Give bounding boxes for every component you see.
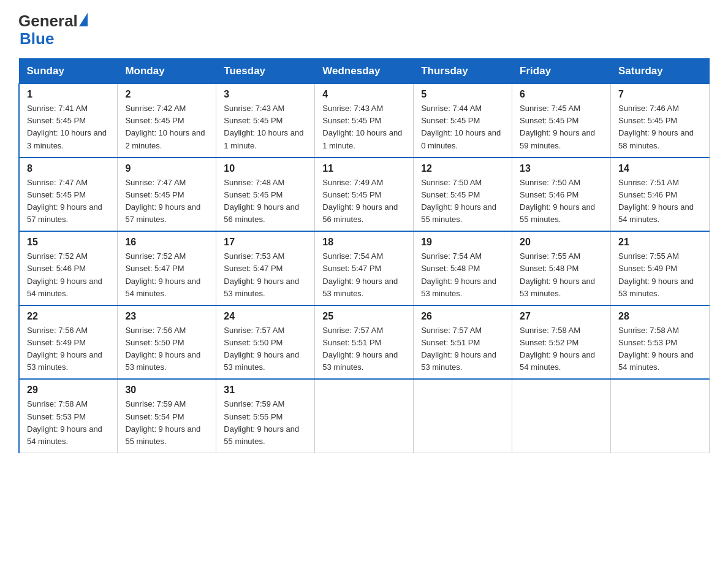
day-number: 15 [27, 237, 110, 248]
day-number: 31 [224, 385, 307, 396]
day-cell: 8 Sunrise: 7:47 AM Sunset: 5:45 PM Dayli… [19, 158, 118, 232]
logo-blue-text: Blue [20, 30, 88, 48]
day-info: Sunrise: 7:57 AM Sunset: 5:51 PM Dayligh… [322, 324, 406, 374]
day-cell: 18 Sunrise: 7:54 AM Sunset: 5:47 PM Dayl… [315, 231, 414, 305]
day-cell: 11 Sunrise: 7:49 AM Sunset: 5:45 PM Dayl… [315, 158, 414, 232]
day-cell: 23 Sunrise: 7:56 AM Sunset: 5:50 PM Dayl… [118, 305, 216, 380]
day-cell: 3 Sunrise: 7:43 AM Sunset: 5:45 PM Dayli… [216, 84, 315, 158]
day-number: 29 [27, 385, 110, 396]
day-number: 25 [322, 311, 406, 322]
day-cell: 13 Sunrise: 7:50 AM Sunset: 5:46 PM Dayl… [512, 158, 611, 232]
day-info: Sunrise: 7:44 AM Sunset: 5:45 PM Dayligh… [421, 102, 504, 152]
day-number: 17 [224, 237, 307, 248]
logo-general-text: General [18, 12, 78, 30]
day-cell: 28 Sunrise: 7:58 AM Sunset: 5:53 PM Dayl… [611, 305, 710, 380]
day-cell: 20 Sunrise: 7:55 AM Sunset: 5:48 PM Dayl… [512, 231, 611, 305]
day-cell: 9 Sunrise: 7:47 AM Sunset: 5:45 PM Dayli… [118, 158, 216, 232]
day-info: Sunrise: 7:41 AM Sunset: 5:45 PM Dayligh… [27, 102, 110, 152]
day-info: Sunrise: 7:49 AM Sunset: 5:45 PM Dayligh… [322, 177, 406, 226]
day-cell: 30 Sunrise: 7:59 AM Sunset: 5:54 PM Dayl… [118, 379, 216, 453]
day-number: 1 [27, 89, 110, 100]
day-info: Sunrise: 7:48 AM Sunset: 5:45 PM Dayligh… [224, 177, 307, 226]
day-number: 2 [125, 89, 208, 100]
day-number: 9 [125, 163, 208, 174]
page-header: General Blue [18, 12, 710, 47]
day-info: Sunrise: 7:58 AM Sunset: 5:53 PM Dayligh… [618, 324, 702, 374]
day-cell: 15 Sunrise: 7:52 AM Sunset: 5:46 PM Dayl… [19, 231, 118, 305]
day-number: 6 [520, 89, 603, 100]
day-cell: 5 Sunrise: 7:44 AM Sunset: 5:45 PM Dayli… [414, 84, 512, 158]
day-number: 30 [125, 385, 208, 396]
day-info: Sunrise: 7:58 AM Sunset: 5:53 PM Dayligh… [27, 398, 110, 448]
day-cell: 21 Sunrise: 7:55 AM Sunset: 5:49 PM Dayl… [611, 231, 710, 305]
day-info: Sunrise: 7:57 AM Sunset: 5:50 PM Dayligh… [224, 324, 307, 374]
day-number: 11 [322, 163, 406, 174]
day-cell: 29 Sunrise: 7:58 AM Sunset: 5:53 PM Dayl… [19, 379, 118, 453]
day-cell: 1 Sunrise: 7:41 AM Sunset: 5:45 PM Dayli… [19, 84, 118, 158]
day-number: 7 [618, 89, 702, 100]
weekday-header-tuesday: Tuesday [216, 59, 315, 84]
day-info: Sunrise: 7:55 AM Sunset: 5:49 PM Dayligh… [618, 250, 702, 300]
day-number: 20 [520, 237, 603, 248]
day-cell: 6 Sunrise: 7:45 AM Sunset: 5:45 PM Dayli… [512, 84, 611, 158]
day-number: 24 [224, 311, 307, 322]
day-info: Sunrise: 7:54 AM Sunset: 5:47 PM Dayligh… [322, 250, 406, 300]
day-cell: 7 Sunrise: 7:46 AM Sunset: 5:45 PM Dayli… [611, 84, 710, 158]
weekday-header-sunday: Sunday [19, 59, 118, 84]
day-cell: 25 Sunrise: 7:57 AM Sunset: 5:51 PM Dayl… [315, 305, 414, 380]
day-info: Sunrise: 7:43 AM Sunset: 5:45 PM Dayligh… [322, 102, 406, 152]
day-info: Sunrise: 7:42 AM Sunset: 5:45 PM Dayligh… [125, 102, 208, 152]
weekday-header-thursday: Thursday [414, 59, 512, 84]
day-info: Sunrise: 7:46 AM Sunset: 5:45 PM Dayligh… [618, 102, 702, 152]
day-number: 27 [520, 311, 603, 322]
day-cell: 24 Sunrise: 7:57 AM Sunset: 5:50 PM Dayl… [216, 305, 315, 380]
week-row-5: 29 Sunrise: 7:58 AM Sunset: 5:53 PM Dayl… [19, 379, 710, 453]
week-row-1: 1 Sunrise: 7:41 AM Sunset: 5:45 PM Dayli… [19, 84, 710, 158]
day-info: Sunrise: 7:51 AM Sunset: 5:46 PM Dayligh… [618, 177, 702, 226]
day-cell: 2 Sunrise: 7:42 AM Sunset: 5:45 PM Dayli… [118, 84, 216, 158]
weekday-header-friday: Friday [512, 59, 611, 84]
day-cell [512, 379, 611, 453]
day-info: Sunrise: 7:56 AM Sunset: 5:49 PM Dayligh… [27, 324, 110, 374]
weekday-header-monday: Monday [118, 59, 216, 84]
day-number: 5 [421, 89, 504, 100]
day-cell [611, 379, 710, 453]
weekday-header-saturday: Saturday [611, 59, 710, 84]
day-info: Sunrise: 7:55 AM Sunset: 5:48 PM Dayligh… [520, 250, 603, 300]
day-number: 28 [618, 311, 702, 322]
calendar-table: SundayMondayTuesdayWednesdayThursdayFrid… [18, 58, 710, 453]
day-info: Sunrise: 7:43 AM Sunset: 5:45 PM Dayligh… [224, 102, 307, 152]
day-number: 19 [421, 237, 504, 248]
day-info: Sunrise: 7:47 AM Sunset: 5:45 PM Dayligh… [27, 177, 110, 226]
day-cell: 22 Sunrise: 7:56 AM Sunset: 5:49 PM Dayl… [19, 305, 118, 380]
weekday-header-wednesday: Wednesday [315, 59, 414, 84]
day-cell: 10 Sunrise: 7:48 AM Sunset: 5:45 PM Dayl… [216, 158, 315, 232]
logo-triangle-icon [79, 13, 88, 26]
day-info: Sunrise: 7:54 AM Sunset: 5:48 PM Dayligh… [421, 250, 504, 300]
day-info: Sunrise: 7:59 AM Sunset: 5:55 PM Dayligh… [224, 398, 307, 448]
day-cell: 17 Sunrise: 7:53 AM Sunset: 5:47 PM Dayl… [216, 231, 315, 305]
day-number: 22 [27, 311, 110, 322]
day-number: 16 [125, 237, 208, 248]
day-info: Sunrise: 7:56 AM Sunset: 5:50 PM Dayligh… [125, 324, 208, 374]
day-info: Sunrise: 7:45 AM Sunset: 5:45 PM Dayligh… [520, 102, 603, 152]
day-cell: 31 Sunrise: 7:59 AM Sunset: 5:55 PM Dayl… [216, 379, 315, 453]
day-number: 10 [224, 163, 307, 174]
day-info: Sunrise: 7:57 AM Sunset: 5:51 PM Dayligh… [421, 324, 504, 374]
day-number: 18 [322, 237, 406, 248]
day-cell: 19 Sunrise: 7:54 AM Sunset: 5:48 PM Dayl… [414, 231, 512, 305]
logo: General Blue [18, 12, 88, 47]
day-info: Sunrise: 7:52 AM Sunset: 5:47 PM Dayligh… [125, 250, 208, 300]
day-cell [315, 379, 414, 453]
day-number: 21 [618, 237, 702, 248]
day-number: 13 [520, 163, 603, 174]
day-info: Sunrise: 7:53 AM Sunset: 5:47 PM Dayligh… [224, 250, 307, 300]
day-info: Sunrise: 7:59 AM Sunset: 5:54 PM Dayligh… [125, 398, 208, 448]
day-info: Sunrise: 7:47 AM Sunset: 5:45 PM Dayligh… [125, 177, 208, 226]
day-info: Sunrise: 7:58 AM Sunset: 5:52 PM Dayligh… [520, 324, 603, 374]
day-info: Sunrise: 7:50 AM Sunset: 5:45 PM Dayligh… [421, 177, 504, 226]
day-cell [414, 379, 512, 453]
day-number: 23 [125, 311, 208, 322]
day-info: Sunrise: 7:50 AM Sunset: 5:46 PM Dayligh… [520, 177, 603, 226]
day-info: Sunrise: 7:52 AM Sunset: 5:46 PM Dayligh… [27, 250, 110, 300]
